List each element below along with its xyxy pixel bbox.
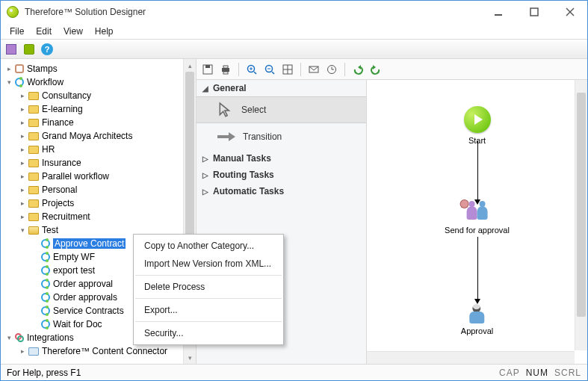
- expander[interactable]: ▾: [19, 226, 27, 235]
- expander[interactable]: ▾: [5, 334, 13, 342]
- canvas-vscrollbar[interactable]: [575, 80, 587, 350]
- tree-stamps[interactable]: Stamps: [27, 64, 58, 74]
- workflow-canvas[interactable]: Start Send for approval Approval: [367, 80, 587, 364]
- expander[interactable]: ▸: [19, 186, 27, 194]
- expander[interactable]: ▾: [5, 78, 13, 87]
- workflow-icon: [41, 253, 50, 261]
- tree-folder-test[interactable]: Test: [42, 225, 58, 235]
- menu-help[interactable]: Help: [89, 25, 120, 38]
- expander[interactable]: ▸: [19, 146, 27, 154]
- tree-folder-consultancy[interactable]: Consultancy: [42, 90, 91, 101]
- svg-line-10: [254, 72, 256, 74]
- ctx-copy-to-category[interactable]: Copy to Another Category...: [134, 237, 283, 255]
- svg-marker-26: [229, 132, 235, 141]
- tree-folder-parallel workflow[interactable]: Parallel workflow: [42, 171, 109, 182]
- print-icon[interactable]: [219, 63, 232, 76]
- expander[interactable]: ▸: [19, 199, 27, 208]
- ctx-export[interactable]: Export...: [134, 301, 283, 319]
- expander[interactable]: ▸: [5, 65, 13, 73]
- flow-start-node[interactable]: Start: [464, 106, 491, 145]
- toolbar-btn-2[interactable]: [22, 42, 37, 57]
- flow-approval-node[interactable]: Approval: [461, 304, 493, 335]
- save-icon[interactable]: [201, 63, 214, 76]
- workflow-icon: [15, 78, 24, 87]
- tree-folder-grand moya architects[interactable]: Grand Moya Architects: [42, 131, 132, 141]
- expander[interactable]: ▸: [19, 347, 27, 356]
- toolbar-separator: [344, 63, 345, 76]
- ctx-separator: [135, 298, 282, 299]
- zoom-out-icon[interactable]: [263, 63, 276, 76]
- minimize-button[interactable]: [487, 2, 510, 22]
- ctx-security[interactable]: Security...: [134, 324, 283, 342]
- expander[interactable]: ▸: [19, 105, 27, 114]
- ctx-delete-process[interactable]: Delete Process: [134, 278, 283, 296]
- ctx-separator: [135, 275, 282, 276]
- expander[interactable]: ▸: [19, 173, 27, 181]
- tree-folder-hr[interactable]: HR: [42, 144, 55, 155]
- close-button[interactable]: [559, 2, 581, 22]
- zoom-in-icon[interactable]: [245, 63, 259, 76]
- tree-folder-e-learning[interactable]: E-learning: [42, 104, 83, 114]
- tree-integrations[interactable]: Integrations: [27, 332, 74, 343]
- status-scrl: SCRL: [554, 368, 581, 378]
- menu-file[interactable]: File: [4, 25, 30, 38]
- workflow-icon: [41, 239, 50, 248]
- svg-rect-8: [223, 72, 228, 74]
- svg-rect-6: [222, 68, 229, 72]
- status-hint: For Help, press F1: [7, 368, 81, 378]
- window-buttons: [487, 2, 581, 22]
- palette-header-general[interactable]: ◢General: [196, 80, 366, 96]
- flow-send-node[interactable]: Send for approval: [445, 203, 510, 235]
- expander[interactable]: ▸: [19, 213, 27, 221]
- fit-icon[interactable]: [281, 63, 294, 76]
- tree-folder-finance[interactable]: Finance: [42, 117, 74, 128]
- toolbar-btn-1[interactable]: [4, 42, 19, 57]
- tree-process-service contracts[interactable]: Service Contracts: [53, 306, 124, 316]
- expander[interactable]: ▸: [19, 159, 27, 167]
- tree-process-approve contract[interactable]: Approve Contract: [53, 238, 126, 249]
- palette-transition[interactable]: Transition: [196, 123, 366, 150]
- expander[interactable]: ▸: [19, 92, 27, 100]
- folder-icon: [28, 186, 39, 194]
- mail-icon[interactable]: [307, 63, 321, 76]
- tree-process-order approval[interactable]: Order approval: [53, 279, 113, 289]
- maximize-button[interactable]: [523, 2, 545, 22]
- ctx-import-xml[interactable]: Import New Version from XML...: [134, 255, 283, 273]
- tree-folder-insurance[interactable]: Insurance: [42, 158, 81, 168]
- tree-tcc[interactable]: Therefore™ Content Connector: [42, 346, 167, 356]
- tree-process-empty wf[interactable]: Empty WF: [53, 252, 95, 262]
- palette-cat-routing[interactable]: ▷Routing Tasks: [196, 167, 366, 183]
- expander[interactable]: ▸: [19, 132, 27, 140]
- stamps-icon: [15, 64, 24, 73]
- undo-icon[interactable]: [351, 63, 365, 76]
- clock-icon[interactable]: [325, 63, 338, 76]
- tree-process-order approvals[interactable]: Order approvals: [53, 292, 117, 303]
- workflow-icon: [41, 266, 50, 275]
- menu-view[interactable]: View: [58, 25, 89, 38]
- toolbar-separator: [238, 63, 239, 76]
- tree-folder-projects[interactable]: Projects: [42, 198, 74, 208]
- arrowhead-icon: [474, 299, 480, 304]
- tcc-icon: [28, 347, 39, 356]
- help-button[interactable]: ?: [40, 42, 55, 57]
- folder-icon: [28, 159, 39, 167]
- tree-workflow[interactable]: Workflow: [27, 77, 64, 87]
- window-title: Therefore™ Solution Designer: [25, 7, 146, 17]
- tree-process-export test[interactable]: export test: [53, 265, 95, 276]
- folder-icon: [28, 199, 39, 208]
- tree-folder-personal[interactable]: Personal: [42, 185, 77, 195]
- expander[interactable]: ▸: [19, 119, 27, 127]
- app-icon: [7, 6, 19, 18]
- palette-select[interactable]: Select: [196, 96, 366, 123]
- tree-folder-recruitment[interactable]: Recruitment: [42, 211, 90, 222]
- palette-cat-automatic[interactable]: ▷Automatic Tasks: [196, 183, 366, 199]
- flow-send-label: Send for approval: [445, 226, 510, 235]
- tree-process-wait for doc[interactable]: Wait for Doc: [53, 319, 102, 329]
- redo-icon[interactable]: [369, 63, 383, 76]
- menu-edit[interactable]: Edit: [30, 25, 58, 38]
- canvas-hscrollbar[interactable]: [367, 351, 575, 364]
- main-toolbar: ?: [1, 40, 587, 59]
- folder-icon: [28, 173, 39, 181]
- palette-cat-manual[interactable]: ▷Manual Tasks: [196, 150, 366, 167]
- palette-select-label: Select: [241, 105, 266, 115]
